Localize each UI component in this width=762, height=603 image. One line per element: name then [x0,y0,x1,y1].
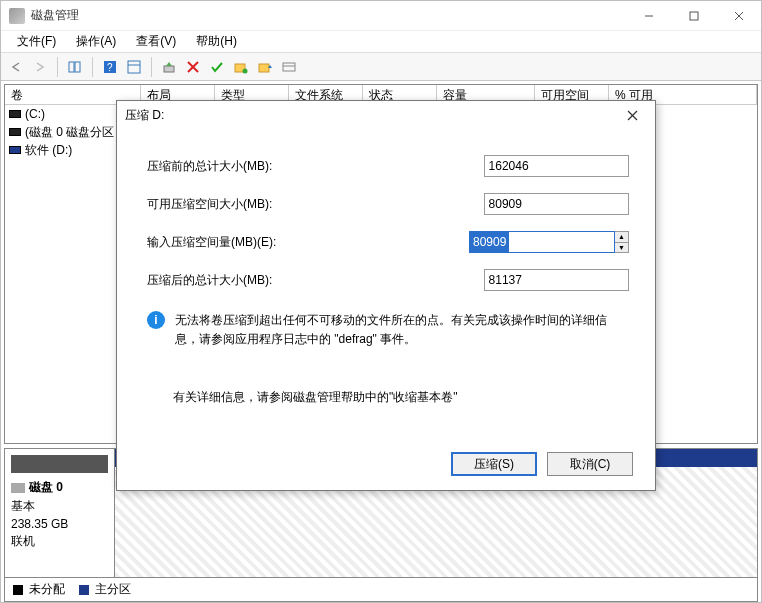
shrink-button[interactable]: 压缩(S) [451,452,537,476]
svg-text:?: ? [107,62,113,73]
app-icon [9,8,25,24]
forward-button[interactable] [29,56,51,78]
back-button[interactable] [5,56,27,78]
svg-rect-15 [259,64,269,72]
volume-icon [9,128,21,136]
help-icon[interactable]: ? [99,56,121,78]
legend-unalloc: 未分配 [29,581,65,598]
legend-primary-swatch [79,585,89,595]
svg-rect-4 [69,62,74,72]
help-text: 有关详细信息，请参阅磁盘管理帮助中的"收缩基本卷" [173,389,629,406]
disk-size: 238.35 GB [11,517,108,531]
svg-point-14 [243,68,248,73]
label-available-shrink: 可用压缩空间大小(MB): [147,196,484,213]
dialog-close-button[interactable] [617,101,647,129]
check-icon[interactable] [206,56,228,78]
list-icon[interactable] [123,56,145,78]
folder-new-icon[interactable] [230,56,252,78]
minimize-button[interactable] [626,1,671,30]
window-title: 磁盘管理 [31,7,626,24]
legend-unalloc-swatch [13,585,23,595]
value-total-after: 81137 [484,269,629,291]
label-total-before: 压缩前的总计大小(MB): [147,158,484,175]
dialog-title: 压缩 D: [125,107,617,124]
label-total-after: 压缩后的总计大小(MB): [147,272,484,289]
menu-help[interactable]: 帮助(H) [186,33,247,50]
spin-up-button[interactable]: ▲ [615,232,628,243]
disk-icon [11,483,25,493]
value-available-shrink: 80909 [484,193,629,215]
shrink-dialog: 压缩 D: 压缩前的总计大小(MB): 162046 可用压缩空间大小(MB):… [116,100,656,491]
menu-action[interactable]: 操作(A) [66,33,126,50]
layout-icon[interactable] [64,56,86,78]
info-text: 无法将卷压缩到超出任何不可移动的文件所在的点。有关完成该操作时间的详细信息，请参… [175,311,629,349]
info-icon: i [147,311,165,329]
close-button[interactable] [716,1,761,30]
svg-rect-8 [128,61,140,73]
svg-rect-10 [164,66,174,72]
delete-icon[interactable] [182,56,204,78]
menubar: 文件(F) 操作(A) 查看(V) 帮助(H) [1,31,761,53]
run-icon[interactable] [158,56,180,78]
volume-icon [9,110,21,118]
maximize-button[interactable] [671,1,716,30]
legend-primary: 主分区 [95,581,131,598]
disk-status: 联机 [11,533,108,550]
disk-basic: 基本 [11,498,108,515]
toolbar: ? [1,53,761,81]
spin-down-button[interactable]: ▼ [615,243,628,253]
menu-file[interactable]: 文件(F) [7,33,66,50]
value-total-before: 162046 [484,155,629,177]
svg-rect-16 [283,63,295,71]
shrink-amount-input[interactable]: 80909 [469,231,615,253]
window-icon[interactable] [278,56,300,78]
disk-header-bar [11,455,108,473]
menu-view[interactable]: 查看(V) [126,33,186,50]
volume-icon [9,146,21,154]
svg-rect-5 [75,62,80,72]
folder-up-icon[interactable] [254,56,276,78]
svg-rect-1 [690,12,698,20]
disk-name: 磁盘 0 [29,479,63,496]
label-shrink-amount: 输入压缩空间量(MB)(E): [147,234,469,251]
cancel-button[interactable]: 取消(C) [547,452,633,476]
